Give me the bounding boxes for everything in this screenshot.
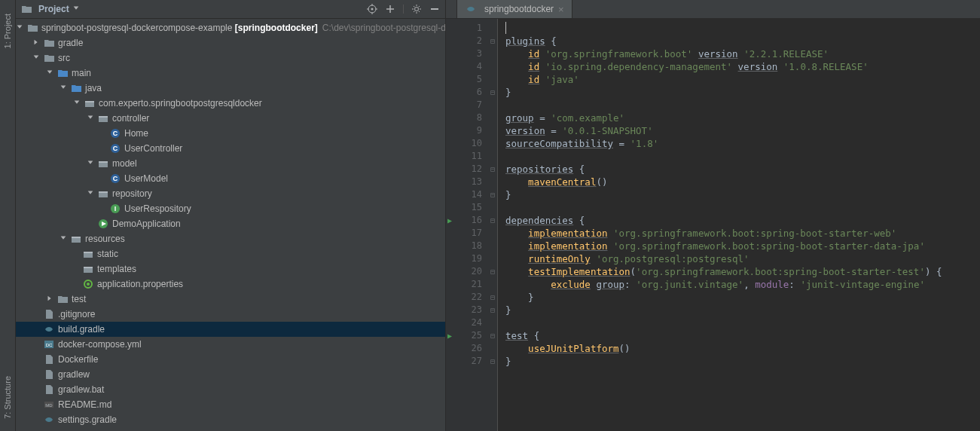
code-editor[interactable]: plugins { id 'org.springframework.boot' … [498,19,980,431]
file-icon [43,308,55,320]
editor-area: springbootdocker × 1 2 3 4 5 6 7 8 9 10 … [446,0,980,431]
tree-item[interactable]: model [16,156,445,171]
toolwindow-project[interactable]: 1: Project [3,9,12,53]
tree-item[interactable]: UserController [16,141,445,156]
run-gutter-icon[interactable]: ▶ [447,329,452,342]
tree-item[interactable]: gradle [16,35,445,50]
text-caret [505,22,506,34]
tool-strip: 1: Project 7: Structure [0,0,16,431]
run-app-icon [97,218,109,230]
folder-icon [82,248,94,260]
tree-item[interactable]: README.md [16,397,445,412]
tree-item[interactable]: repository [16,186,445,201]
package-icon [97,112,109,124]
tree-root[interactable]: springboot-postgresql-dockercompose-exam… [16,20,445,35]
tree-item[interactable]: DemoApplication [16,216,445,231]
gradle-icon [43,414,55,426]
class-icon [109,173,121,185]
collapse-all-icon[interactable] [384,3,396,15]
root-path: C:\dev\springboot-postgresql-dockercompo… [322,23,445,33]
tree-item[interactable]: java [16,81,445,96]
interface-icon [109,203,121,215]
gear-icon[interactable] [411,3,423,15]
project-view-selector[interactable]: Project [20,3,83,15]
tree-item[interactable]: docker-compose.yml [16,337,445,352]
fold-gutter[interactable]: ⊟ ⊟ ⊟ ⊟ ⊟ ⊟ ⊟ ⊟ ⊟ ⊟ [488,19,498,431]
project-tree[interactable]: springboot-postgresql-dockercompose-exam… [16,19,445,431]
resources-icon [70,233,82,245]
project-panel: Project | springboot-postgresql-dockerco… [16,0,446,431]
editor-tab[interactable]: springbootdocker × [457,0,572,18]
tree-item[interactable]: static [16,246,445,261]
tree-item-selected[interactable]: build.gradle [16,322,445,337]
module-icon [26,22,38,34]
hide-panel-icon[interactable] [429,3,441,15]
tree-item[interactable]: Home [16,126,445,141]
tree-item[interactable]: templates [16,261,445,277]
file-icon [43,384,55,396]
gradle-icon [465,3,477,15]
folder-icon [82,263,94,275]
editor-tabs: springbootdocker × [457,0,980,18]
tree-item[interactable]: UserRespository [16,201,445,216]
class-icon [109,127,121,139]
package-icon [97,188,109,200]
tree-item[interactable]: resources [16,231,445,246]
properties-icon [82,278,94,290]
close-tab-icon[interactable]: × [558,4,564,15]
tree-item[interactable]: settings.gradle [16,412,445,427]
project-panel-header: Project | [16,0,445,19]
folder-icon [43,37,55,49]
folder-icon [56,293,69,305]
folder-icon [43,52,55,64]
tree-item[interactable]: com.experto.springbootpostgresqldocker [16,96,445,111]
locate-icon[interactable] [366,3,378,15]
expand-arrow-icon[interactable] [16,23,25,32]
tree-item[interactable]: main [16,66,445,81]
run-gutter-icon[interactable]: ▶ [447,214,452,227]
yml-icon [43,338,55,350]
src-folder-icon [70,82,82,94]
gradle-icon [43,323,55,335]
tree-item[interactable]: application.properties [16,277,445,292]
tab-label: springbootdocker [484,4,554,14]
toolwindow-structure[interactable]: 7: Structure [3,371,12,423]
class-icon [109,142,121,154]
package-icon [84,97,96,109]
chevron-down-icon [72,5,81,14]
package-icon [97,157,109,170]
line-gutter[interactable]: 1 2 3 4 5 6 7 8 9 10 11 12 13 14 15 16 1… [446,19,488,431]
tree-item[interactable]: gradlew [16,367,445,382]
md-icon [43,399,55,411]
file-icon [43,368,55,381]
folder-icon [56,67,69,79]
tree-item[interactable]: controller [16,111,445,126]
tree-item[interactable]: UserModel [16,171,445,186]
project-panel-title: Project [38,4,69,14]
file-icon [43,353,55,365]
collapse-arrow-icon[interactable] [32,38,41,47]
root-label: springboot-postgresql-dockercompose-exam… [41,23,318,33]
tree-item[interactable]: test [16,292,445,307]
tree-item[interactable]: gradlew.bat [16,382,445,397]
tree-item[interactable]: Dockerfile [16,352,445,367]
tree-item[interactable]: .gitignore [16,307,445,322]
tree-item[interactable]: src [16,50,445,66]
